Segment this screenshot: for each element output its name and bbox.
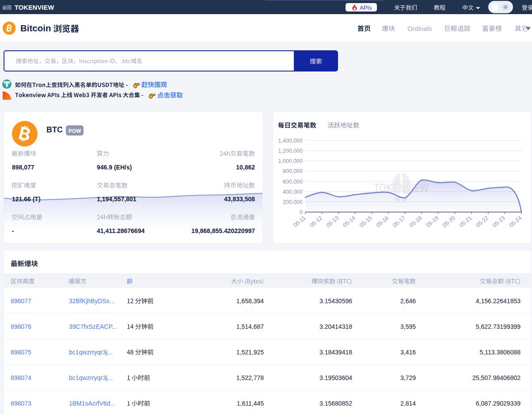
svg-text:0: 0: [300, 209, 303, 215]
svg-text:1,000,000: 1,000,000: [278, 158, 303, 164]
svg-text:1,200,000: 1,200,000: [278, 148, 303, 154]
svg-text:05-16: 05-16: [375, 215, 390, 229]
svg-text:05-18: 05-18: [408, 215, 423, 229]
svg-text:1,400,000: 1,400,000: [278, 138, 303, 144]
svg-text:600,000: 600,000: [283, 179, 303, 185]
svg-text:05-19: 05-19: [425, 215, 440, 229]
svg-text:05-24: 05-24: [508, 215, 523, 229]
svg-text:200,000: 200,000: [283, 199, 303, 205]
svg-text:05-17: 05-17: [391, 215, 407, 229]
svg-text:800,000: 800,000: [283, 168, 303, 174]
svg-text:05-20: 05-20: [441, 215, 456, 229]
svg-text:05-23: 05-23: [491, 215, 506, 229]
svg-text:05-12: 05-12: [308, 215, 323, 229]
svg-text:400,000: 400,000: [283, 189, 303, 195]
svg-text:05-14: 05-14: [342, 215, 357, 229]
svg-text:05-13: 05-13: [325, 215, 340, 229]
svg-text:05-22: 05-22: [475, 215, 490, 229]
svg-text:05-21: 05-21: [458, 215, 473, 229]
svg-text:05-15: 05-15: [358, 215, 373, 229]
svg-text:05-11: 05-11: [292, 215, 307, 229]
